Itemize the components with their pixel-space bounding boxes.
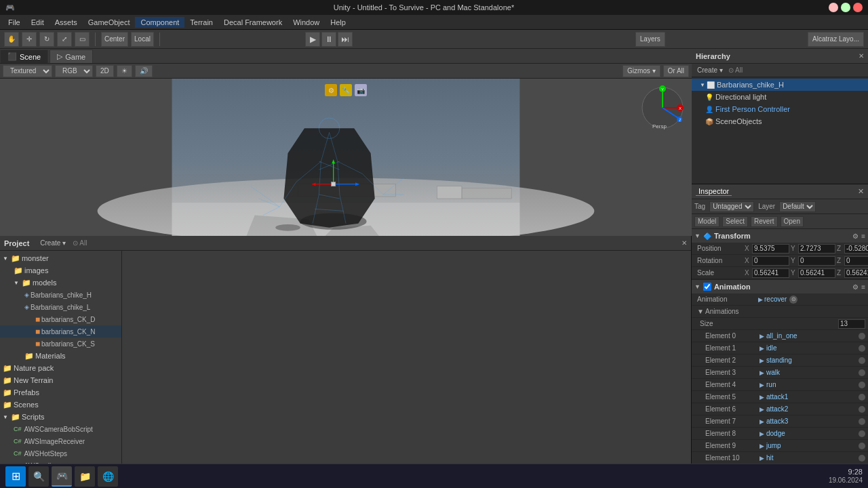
all-button[interactable]: Or All bbox=[663, 65, 689, 77]
viewport[interactable]: Y X Z Persp ⚙ 🔧 📷 bbox=[0, 79, 692, 236]
select-btn[interactable]: Select bbox=[722, 216, 748, 227]
scale-tool[interactable]: ⤢ bbox=[57, 32, 72, 47]
pos-x-input[interactable] bbox=[752, 244, 789, 253]
layout-button[interactable]: Alcatraz Layo... bbox=[808, 32, 864, 47]
pivot-button[interactable]: Center bbox=[101, 32, 128, 47]
scale-x-input[interactable] bbox=[752, 268, 789, 278]
anim-pick-btn[interactable]: ⊙ bbox=[789, 296, 797, 304]
hierarchy-close[interactable]: ✕ bbox=[859, 52, 864, 60]
scale-y-input[interactable] bbox=[798, 268, 835, 278]
menu-edit[interactable]: Edit bbox=[26, 17, 50, 28]
space-button[interactable]: Local bbox=[131, 32, 154, 47]
tag-select[interactable]: Untagged bbox=[709, 201, 754, 212]
elem-pick[interactable] bbox=[859, 418, 865, 425]
hierarchy-item-barbarians[interactable]: ▼ ⬜ Barbarians_chike_H bbox=[692, 79, 868, 91]
asset-ck-n[interactable]: ◼ barbarians_CK_N bbox=[0, 325, 121, 338]
script-imagereceiver[interactable]: C# AWSImageReceiver bbox=[0, 435, 121, 447]
elem-pick[interactable] bbox=[859, 345, 865, 352]
2d-button[interactable]: 2D bbox=[96, 65, 114, 77]
hierarchy-item-scene[interactable]: 📦 SceneObjects bbox=[692, 115, 868, 127]
folder-prefabs[interactable]: 📁 Prefabs bbox=[0, 386, 121, 399]
unity-taskbar-btn[interactable]: 🎮 bbox=[52, 466, 72, 487]
menu-terrain[interactable]: Terrain bbox=[184, 17, 218, 28]
anim-settings-icon[interactable]: ⚙ bbox=[852, 283, 859, 291]
hierarchy-item-light[interactable]: 💡 Directional light bbox=[692, 91, 868, 103]
tab-game[interactable]: ▷ Game bbox=[50, 49, 93, 63]
transform-header[interactable]: ▼ 🔷 Transform ⚙ ≡ bbox=[692, 229, 868, 243]
folder-scripts[interactable]: ▼ 📁 Scripts bbox=[0, 411, 121, 423]
folder-models[interactable]: ▼ 📁 models bbox=[0, 277, 121, 289]
explorer-taskbar-btn[interactable]: 📁 bbox=[75, 466, 95, 487]
folder-nature-pack[interactable]: 📁 Nature pack bbox=[0, 362, 121, 374]
menu-gameobject[interactable]: GameObject bbox=[83, 17, 136, 28]
elem-pick[interactable] bbox=[859, 382, 865, 388]
color-select[interactable]: RGB bbox=[55, 65, 93, 77]
hierarchy-create-btn[interactable]: Create ▾ bbox=[694, 66, 726, 74]
asset-ck-s[interactable]: ◼ barbarians_CK_S bbox=[0, 338, 121, 350]
menu-assets[interactable]: Assets bbox=[50, 17, 83, 28]
lighting-button[interactable]: ☀ bbox=[117, 65, 132, 77]
elem-pick[interactable] bbox=[859, 443, 865, 449]
minimize-button[interactable] bbox=[829, 3, 838, 12]
layer-select[interactable]: Default bbox=[779, 201, 816, 212]
maximize-button[interactable] bbox=[841, 3, 850, 12]
script-hotsteps[interactable]: C# AWSHotSteps bbox=[0, 447, 121, 460]
open-btn[interactable]: Open bbox=[781, 216, 804, 227]
rotate-tool[interactable]: ↻ bbox=[39, 32, 54, 47]
layers-button[interactable]: Layers bbox=[635, 32, 665, 47]
transform-settings-icon[interactable]: ⚙ bbox=[852, 232, 859, 240]
tab-scene[interactable]: ⬛ Scene bbox=[0, 49, 48, 63]
elem-pick[interactable] bbox=[859, 333, 865, 340]
pause-button[interactable]: ⏸ bbox=[321, 32, 336, 47]
gizmos-button[interactable]: Gizmos ▾ bbox=[623, 65, 660, 77]
elem-pick[interactable] bbox=[859, 369, 865, 376]
rect-tool[interactable]: ▭ bbox=[75, 32, 90, 47]
step-button[interactable]: ⏭ bbox=[338, 32, 353, 47]
transform-more-icon[interactable]: ≡ bbox=[861, 232, 865, 240]
rot-y-input[interactable] bbox=[798, 256, 835, 266]
move-tool[interactable]: ✛ bbox=[22, 32, 37, 47]
anim-more-icon[interactable]: ≡ bbox=[861, 283, 865, 291]
elem-pick[interactable] bbox=[859, 430, 865, 437]
menu-decal-framework[interactable]: Decal Framework bbox=[218, 17, 288, 28]
scale-z-input[interactable] bbox=[844, 268, 868, 278]
menu-file[interactable]: File bbox=[3, 17, 26, 28]
rot-x-input[interactable] bbox=[752, 256, 789, 266]
model-btn[interactable]: Model bbox=[694, 216, 719, 227]
search-taskbar-btn[interactable]: 🔍 bbox=[28, 466, 49, 487]
animation-header[interactable]: ▼ Animation ⚙ ≡ bbox=[692, 280, 868, 293]
shading-select[interactable]: Textured bbox=[3, 65, 52, 77]
browser-taskbar-btn[interactable]: 🌐 bbox=[98, 466, 118, 487]
elem-pick[interactable] bbox=[859, 455, 865, 462]
menu-component[interactable]: Component bbox=[135, 17, 184, 28]
elem-pick[interactable] bbox=[859, 394, 865, 401]
rot-z-input[interactable] bbox=[844, 256, 868, 266]
hand-tool[interactable]: ✋ bbox=[4, 32, 19, 47]
pos-y-input[interactable] bbox=[798, 244, 835, 253]
menu-window[interactable]: Window bbox=[288, 17, 325, 28]
revert-btn[interactable]: Revert bbox=[751, 216, 777, 227]
size-input[interactable] bbox=[838, 319, 865, 329]
anim-enabled-checkbox[interactable] bbox=[703, 283, 711, 291]
script-camerabob[interactable]: C# AWSCameraBobScript bbox=[0, 423, 121, 435]
folder-new-terrain[interactable]: 📁 New Terrain bbox=[0, 374, 121, 386]
close-button[interactable] bbox=[853, 3, 863, 12]
project-panel-close[interactable]: ✕ bbox=[682, 239, 687, 247]
asset-barbarians-h[interactable]: ◈ Barbarians_chike_H bbox=[0, 289, 121, 301]
audio-button[interactable]: 🔊 bbox=[135, 65, 153, 77]
project-create-btn[interactable]: Create ▾ bbox=[37, 239, 68, 247]
play-button[interactable]: ▶ bbox=[305, 32, 320, 47]
pos-z-input[interactable] bbox=[844, 244, 868, 253]
elem-pick[interactable] bbox=[859, 357, 865, 364]
start-button[interactable]: ⊞ bbox=[5, 466, 26, 487]
folder-monster[interactable]: ▼ 📁 monster bbox=[0, 252, 121, 264]
elem-pick[interactable] bbox=[859, 406, 865, 413]
folder-materials[interactable]: 📁 Materials bbox=[0, 350, 121, 362]
asset-barbarians-l[interactable]: ◈ Barbarians_chike_L bbox=[0, 301, 121, 313]
asset-ck-d[interactable]: ◼ barbarians_CK_D bbox=[0, 313, 121, 325]
folder-scenes[interactable]: 📁 Scenes bbox=[0, 399, 121, 411]
gizmo-widget[interactable]: Y X Z Persp bbox=[639, 84, 686, 131]
inspector-close[interactable]: ✕ bbox=[858, 187, 864, 196]
hierarchy-item-fps[interactable]: 👤 First Person Controller bbox=[692, 103, 868, 115]
folder-images[interactable]: 📁 images bbox=[0, 264, 121, 277]
